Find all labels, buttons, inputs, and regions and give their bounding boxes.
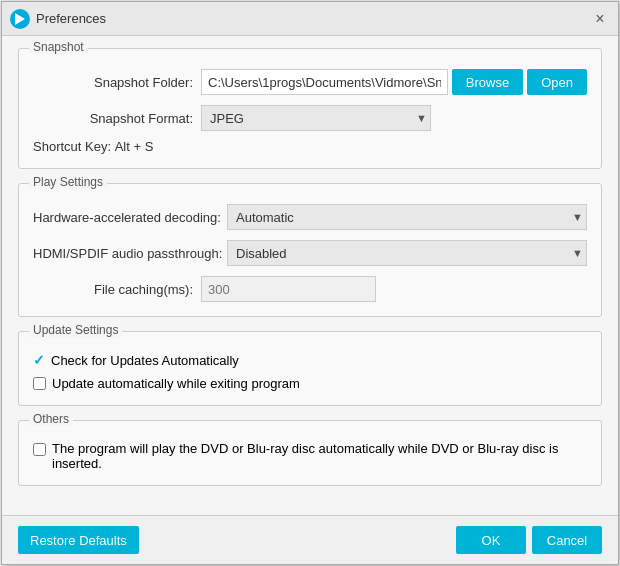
hw-decoding-wrapper: Automatic Disabled Enabled ▼ (227, 204, 587, 230)
hw-decoding-select[interactable]: Automatic Disabled Enabled (227, 204, 587, 230)
hdmi-wrapper: Disabled Enabled ▼ (227, 240, 587, 266)
play-settings-section: Play Settings Hardware-accelerated decod… (18, 183, 602, 317)
close-button[interactable]: × (590, 9, 610, 29)
shortcut-label: Shortcut Key: (33, 139, 115, 154)
update-auto-checkbox[interactable] (33, 377, 46, 390)
open-button[interactable]: Open (527, 69, 587, 95)
shortcut-row: Shortcut Key: Alt + S (33, 139, 587, 154)
snapshot-folder-row: Snapshot Folder: Browse Open (33, 69, 587, 95)
dialog-title: Preferences (36, 11, 590, 26)
snapshot-folder-label: Snapshot Folder: (33, 75, 193, 90)
app-icon (10, 9, 30, 29)
others-section: Others The program will play the DVD or … (18, 420, 602, 486)
dialog-footer: Restore Defaults OK Cancel (2, 515, 618, 564)
check-auto-checkmark-icon: ✓ (33, 352, 45, 368)
snapshot-format-label: Snapshot Format: (33, 111, 193, 126)
play-settings-title: Play Settings (29, 175, 107, 189)
dialog-content: Snapshot Snapshot Folder: Browse Open Sn… (2, 36, 618, 515)
hdmi-label: HDMI/SPDIF audio passthrough: (33, 246, 219, 261)
svg-marker-0 (15, 13, 25, 25)
check-auto-label: Check for Updates Automatically (51, 353, 239, 368)
snapshot-format-row: Snapshot Format: JPEG PNG BMP ▼ (33, 105, 587, 131)
snapshot-format-select[interactable]: JPEG PNG BMP (201, 105, 431, 131)
ok-button[interactable]: OK (456, 526, 526, 554)
update-auto-label: Update automatically while exiting progr… (52, 376, 300, 391)
browse-button[interactable]: Browse (452, 69, 523, 95)
title-bar: Preferences × (2, 2, 618, 36)
shortcut-value: Alt + S (115, 139, 154, 154)
restore-defaults-button[interactable]: Restore Defaults (18, 526, 139, 554)
update-settings-section: Update Settings ✓ Check for Updates Auto… (18, 331, 602, 406)
dvd-label: The program will play the DVD or Blu-ray… (52, 441, 587, 471)
update-auto-row: Update automatically while exiting progr… (33, 376, 587, 391)
check-auto-row: ✓ Check for Updates Automatically (33, 352, 587, 368)
footer-right-buttons: OK Cancel (456, 526, 602, 554)
cache-input[interactable] (201, 276, 376, 302)
dvd-checkbox[interactable] (33, 443, 46, 456)
hdmi-select[interactable]: Disabled Enabled (227, 240, 587, 266)
snapshot-section-title: Snapshot (29, 40, 88, 54)
cancel-button[interactable]: Cancel (532, 526, 602, 554)
others-title: Others (29, 412, 73, 426)
cache-label: File caching(ms): (33, 282, 193, 297)
hdmi-row: HDMI/SPDIF audio passthrough: Disabled E… (33, 240, 587, 266)
hw-decoding-label: Hardware-accelerated decoding: (33, 210, 219, 225)
snapshot-section: Snapshot Snapshot Folder: Browse Open Sn… (18, 48, 602, 169)
snapshot-format-wrapper: JPEG PNG BMP ▼ (201, 105, 431, 131)
update-settings-title: Update Settings (29, 323, 122, 337)
preferences-dialog: Preferences × Snapshot Snapshot Folder: … (1, 1, 619, 565)
snapshot-folder-input[interactable] (201, 69, 448, 95)
cache-row: File caching(ms): (33, 276, 587, 302)
hw-decoding-row: Hardware-accelerated decoding: Automatic… (33, 204, 587, 230)
dvd-row: The program will play the DVD or Blu-ray… (33, 441, 587, 471)
